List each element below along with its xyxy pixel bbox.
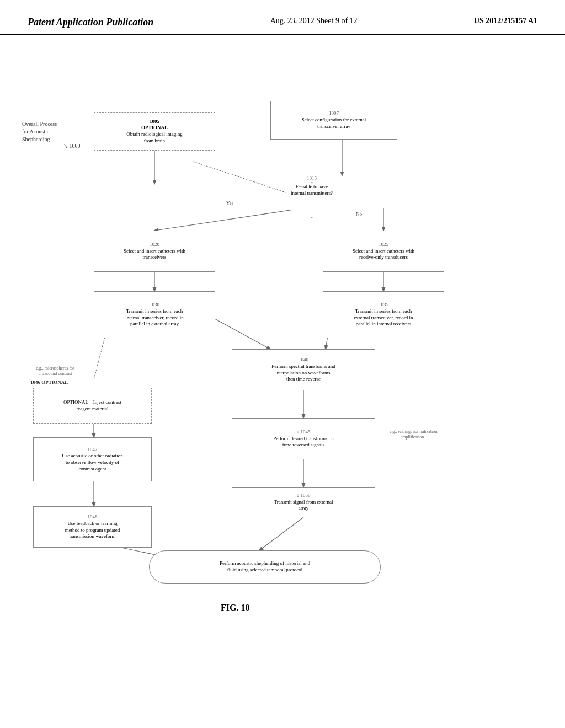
- ref-1000: ↘ 1000: [63, 142, 81, 149]
- eg-scaling-label: e.g., scaling, normalization,amplificati…: [381, 429, 447, 441]
- page-header: Patent Application Publication Aug. 23, …: [0, 0, 565, 35]
- node-1060: Perform acoustic shepherding of material…: [149, 550, 381, 584]
- publication-number: US 2012/215157 A1: [474, 17, 537, 25]
- node-1046: OPTIONAL – Inject contrastreagent materi…: [33, 388, 152, 424]
- node-1005: 1005 OPTIONAL Obtain radiological imagin…: [94, 112, 215, 151]
- node-1045: ↓ 1045 Perform desired transforms ontime…: [232, 418, 375, 459]
- node-1040: 1040 Perform spectral transforms andinte…: [232, 349, 375, 390]
- overall-process-label: Overall Processfor AcousticShepherding: [22, 120, 57, 143]
- eg-micro-label: e.g., microspheres forultrasound contras…: [22, 366, 88, 377]
- no-label: No: [356, 211, 362, 218]
- diagram-area: Overall Processfor AcousticShepherding ↘…: [0, 35, 565, 697]
- publication-date-sheet: Aug. 23, 2012 Sheet 9 of 12: [270, 17, 358, 25]
- yes-label: Yes: [226, 200, 233, 207]
- optional-label-1046: 1046 OPTIONAL: [30, 379, 68, 386]
- publication-title: Patent Application Publication: [28, 17, 153, 28]
- node-1047: 1047 Use acoustic or other radiationto o…: [33, 437, 152, 481]
- node-1050: ↓ 1050 Transmit signal from externalarra…: [232, 487, 375, 517]
- svg-line-11: [259, 517, 303, 550]
- figure-label: FIG. 10: [221, 603, 249, 613]
- node-1025: 1025 Select and insert catheters withrec…: [323, 231, 444, 272]
- node-1020: 1020 Select and insert catheters withtra…: [94, 231, 215, 272]
- node-1048: 1048 Use feedback or learningmethod to p…: [33, 506, 152, 548]
- svg-line-7: [210, 316, 270, 349]
- node-1007: 1007 Select configuration for externaltr…: [270, 101, 397, 140]
- diamond-1015: 1015 Feasible to haveinternal transmitte…: [270, 175, 353, 217]
- node-1035: 1035 Transmit in series from eachexterna…: [323, 291, 444, 338]
- node-1030: 1030 Transmit in series from eachinterna…: [94, 291, 215, 338]
